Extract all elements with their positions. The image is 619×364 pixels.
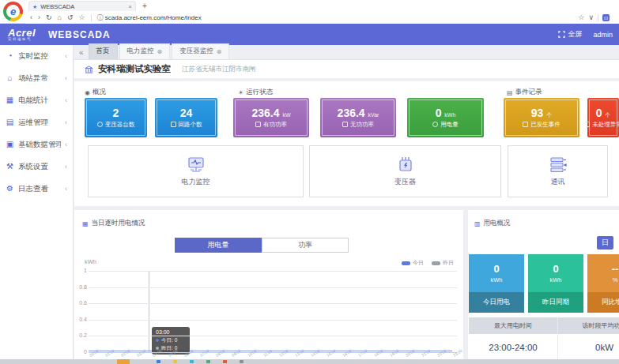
browser-chrome: e ★ WEBSCADA × + ‹ › ↻ ⌂ ↺ ☆ ⓘ scada.acr… (0, 0, 619, 24)
unhandled-anomaly-card[interactable]: 0 个 未处理异常 (587, 98, 619, 137)
reload-icon[interactable]: ↻ (46, 14, 52, 21)
card-value: 93 (531, 107, 544, 119)
reactive-power-card[interactable]: 236.4 kVar 无功功率 (320, 98, 396, 137)
nav-card-transformer[interactable]: 变压器 (309, 145, 501, 197)
chart-crosshair (149, 271, 149, 352)
new-tab-button[interactable]: + (142, 2, 147, 10)
windows-taskbar[interactable] (0, 359, 619, 364)
card-label: 变压器台数 (105, 121, 135, 129)
card-value: 0 (596, 107, 602, 119)
chart-panel-icon: ▦ (82, 220, 89, 227)
chart-metric-toggle: 用电量 功率 (175, 238, 349, 253)
usage-panel-icon: ▥ (474, 220, 481, 227)
y-tick-label: 0.6 (76, 300, 87, 306)
sidebar-item-basic-data-management[interactable]: ▣ 基础数据管理 ‹ (0, 133, 73, 156)
events-occurred-card[interactable]: 93 个 已发生事件 (504, 98, 579, 137)
legend-label: 今日 (413, 259, 424, 267)
usage-unit: kWh (491, 276, 503, 284)
history-icon[interactable]: ↺ (67, 14, 74, 21)
taskbar-app-icon[interactable] (206, 360, 210, 363)
taskbar-app-icon[interactable] (190, 360, 194, 363)
usage-panel-title: 用电概况 (484, 219, 511, 228)
gridline (89, 271, 457, 272)
card-label: 有功功率 (263, 121, 287, 129)
tab-home[interactable]: 首页 (89, 43, 118, 59)
nav-cards-row: 电力监控 变压器 通讯 (88, 145, 608, 197)
section-title: 概况 (92, 88, 106, 97)
card-unit: kW (282, 112, 290, 118)
sidebar-item-log-viewer[interactable]: ⚙ 日志查看 ‹ (0, 178, 73, 200)
legend-item-today[interactable]: 今日 (402, 259, 424, 267)
tooltip-time: 03:00 (156, 329, 186, 335)
sidebar-item-system-settings[interactable]: ⚒ 系统设置 ‹ (0, 156, 73, 178)
tab-close-icon[interactable]: ⊗ (157, 48, 163, 55)
table-cell-avg-power: 0kW (557, 334, 619, 359)
chevron-left-icon: ‹ (65, 163, 67, 171)
toggle-power-button[interactable]: 功率 (262, 238, 349, 253)
collapse-tabs-icon[interactable]: « (79, 48, 84, 57)
browser-logo-icon[interactable]: e (3, 2, 23, 21)
nav-card-communication[interactable]: 通讯 (508, 145, 608, 197)
taskbar-app-icon[interactable] (173, 360, 177, 363)
page-info-icon[interactable]: ⓘ (97, 14, 105, 21)
period-day-button[interactable]: 日 (597, 236, 613, 250)
fullscreen-label: 全屏 (568, 29, 582, 39)
usage-label: 今日用电 (469, 292, 524, 313)
active-power-card[interactable]: 236.4 kW 有功功率 (233, 98, 309, 137)
sidebar-item-energy-statistics[interactable]: ▦ 电能统计 ‹ (0, 89, 73, 111)
tab-transformer-monitoring[interactable]: 变压器监控 ⊗ (172, 43, 229, 59)
card-value: 2 (113, 107, 119, 118)
active-power-icon (255, 122, 261, 127)
taskbar-app-icon[interactable] (157, 360, 160, 363)
nav-card-label: 通讯 (551, 177, 565, 187)
circuit-count-card[interactable]: 24 回路个数 (155, 98, 217, 137)
card-unit: kVar (368, 112, 379, 118)
chart-panel-title: 当日逐时用电情况 (92, 219, 145, 228)
home-icon[interactable]: ⌂ (58, 14, 62, 21)
card-unit: kWh (444, 112, 455, 118)
taskbar-active-app[interactable] (117, 359, 130, 364)
tab-close-icon[interactable]: ⊗ (217, 48, 222, 55)
tab-power-monitoring[interactable]: 电力监控 ⊗ (119, 43, 171, 59)
usage-label: 昨日同期 (528, 292, 583, 313)
stats-panel: ◉ 概况 ☀ 运行状态 ▤ 事件记录 2 变压器台数 24 回路个数 23 (74, 81, 619, 206)
card-label: 已发生事件 (530, 121, 560, 129)
transformer-count-card[interactable]: 2 变压器台数 (85, 98, 147, 137)
bookmark-star-icon[interactable]: ☆ (79, 14, 85, 21)
sidebar-item-station-anomaly[interactable]: ⌂ 场站异常 ‹ (0, 67, 73, 89)
sidebar-item-realtime-monitoring[interactable]: ◔ 实时监控 ‹ (0, 45, 73, 67)
extension-star-icon[interactable]: ☆ (578, 14, 584, 21)
bulb-icon (432, 122, 438, 127)
header-right: 全屏 admin (558, 29, 619, 39)
back-icon[interactable]: ‹ (30, 14, 32, 21)
browser-logo-letter: e (6, 5, 20, 18)
nav-card-label: 电力监控 (182, 177, 210, 187)
browser-tab-strip: ★ WEBSCADA × + (25, 0, 619, 12)
browser-tab[interactable]: ★ WEBSCADA × (28, 1, 136, 11)
nav-card-label: 变压器 (394, 177, 416, 187)
sidebar-item-label: 场站异常 (18, 73, 61, 84)
legend-item-yesterday[interactable]: 昨日 (432, 259, 454, 267)
energy-usage-card[interactable]: 0 kWh 用电量 (407, 98, 484, 137)
y-tick-label: 0 (76, 349, 87, 355)
card-label: 回路个数 (179, 121, 202, 129)
taskbar-app-icon[interactable] (240, 360, 243, 363)
tab-close-icon[interactable]: × (128, 3, 132, 10)
chart-plot-area[interactable]: 03:00 今日: 0 昨日: 0 00.20.40.60.81 (89, 271, 457, 352)
chevron-left-icon: ‹ (65, 185, 67, 193)
tab-label: 首页 (96, 47, 110, 56)
nav-card-power-monitoring[interactable]: 电力监控 (88, 145, 304, 197)
chevron-left-icon: ‹ (65, 96, 67, 104)
caret-down-icon[interactable]: ∨ (588, 14, 594, 21)
events-icon: ▤ (507, 89, 513, 96)
user-menu[interactable]: admin (593, 31, 613, 39)
toggle-energy-button[interactable]: 用电量 (175, 238, 262, 253)
url-bar[interactable]: ⓘ scada.acrel-eem.com/Home/Index (97, 13, 202, 22)
taskbar-app-icon[interactable] (223, 360, 227, 363)
sidebar-item-operations-management[interactable]: ▤ 运维管理 ‹ (0, 111, 73, 133)
fullscreen-button[interactable]: 全屏 (558, 29, 582, 39)
url-text: scada.acrel-eem.com/Home/Index (105, 14, 202, 21)
transformer-icon (397, 156, 414, 174)
extension-icon[interactable]: ⊡ (602, 14, 610, 21)
forward-icon[interactable]: › (38, 14, 40, 21)
